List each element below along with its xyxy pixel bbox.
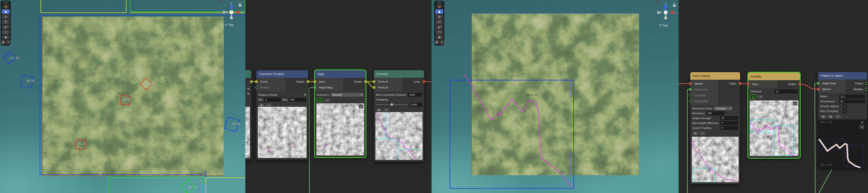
output-socket[interactable] [364, 80, 367, 83]
preview-eye-button[interactable] [376, 108, 382, 112]
transform-tool-button[interactable] [435, 35, 443, 39]
reference-dropdown[interactable]: Absolute▾ [331, 93, 364, 97]
rotate-tool-button[interactable] [435, 20, 443, 24]
preview-eye-button-active[interactable] [317, 99, 323, 102]
probability-field[interactable]: 0.495 [409, 103, 422, 107]
view-orientation-gizmo[interactable]: z x [220, 1, 245, 24]
output-socket[interactable] [250, 80, 253, 83]
rise-if-floating-checkbox[interactable]: ✓ [843, 109, 846, 113]
gizmo-x-axis[interactable]: x [235, 10, 242, 14]
preview-eye-button[interactable] [692, 131, 699, 135]
gizmo-west-axis[interactable] [223, 10, 228, 14]
node-header[interactable]: Flatten At Spline [818, 72, 867, 79]
toolbar-drag-handle[interactable] [437, 1, 442, 4]
height-strength-field[interactable]: 10 [720, 116, 738, 120]
gizmo-center-cube[interactable] [230, 10, 233, 14]
output-socket-lines[interactable] [423, 80, 426, 83]
clipped-node[interactable]: R R [245, 70, 251, 160]
node-header[interactable]: Path Finding [690, 72, 740, 80]
lock-icon[interactable] [673, 3, 676, 7]
view-cube-tool-button[interactable] [435, 4, 443, 9]
gizmo-west-axis[interactable] [657, 11, 662, 14]
smoothness-field[interactable]: 20 [839, 100, 865, 103]
input-socket[interactable] [313, 80, 316, 83]
gizmo-z-axis[interactable]: z [664, 2, 668, 11]
input-socket-invalid-map[interactable] [689, 100, 692, 103]
tolerance-field[interactable]: 13 [775, 89, 798, 93]
search-padding-field[interactable]: 0 [720, 126, 738, 130]
node-header[interactable] [245, 70, 251, 78]
output-socket-weights[interactable] [866, 88, 868, 91]
preview-import-button[interactable] [359, 104, 363, 109]
input-socket-points-b[interactable] [372, 86, 375, 89]
gizmo-z-axis[interactable]: z [230, 2, 233, 11]
input-socket-position[interactable] [255, 86, 258, 89]
view-cube-tool-button[interactable] [2, 4, 10, 9]
lock-icon[interactable] [239, 3, 241, 6]
relative-badge[interactable]: R [248, 87, 249, 90]
output-socket[interactable] [866, 82, 868, 85]
gizmo-south-axis[interactable] [664, 14, 668, 19]
min-field[interactable]: 0 [264, 98, 281, 102]
input-socket-points[interactable] [255, 80, 258, 83]
resolution-field[interactable]: 255 [706, 111, 724, 115]
preview-import-button[interactable] [793, 101, 798, 106]
hand-tool-button[interactable] [2, 9, 10, 14]
help-button[interactable]: ? [757, 95, 764, 99]
input-socket-cost-map[interactable] [689, 94, 692, 97]
resolution-mode-dropdown[interactable]: Constant▾ [714, 107, 733, 110]
node-header[interactable]: Simplify [748, 73, 800, 80]
preview-eye-button-active[interactable] [750, 95, 756, 99]
node-header[interactable]: Connect [374, 70, 424, 78]
relative-badge[interactable]: R [248, 92, 249, 95]
node-path-finding[interactable]: Path Finding Splines Paths Height Map Co… [690, 72, 740, 184]
custom-tools-button[interactable] [1, 40, 6, 45]
rect-tool-button[interactable] [435, 30, 443, 34]
node-header[interactable]: Transform Position [256, 70, 308, 78]
help-button[interactable]: ? [266, 103, 272, 107]
width-field[interactable]: 11.2 [839, 94, 865, 99]
slider-knob[interactable] [391, 103, 393, 106]
scale-tool-button[interactable] [435, 25, 443, 29]
preview-eye-button[interactable] [828, 115, 834, 118]
input-socket-height-map[interactable] [689, 88, 692, 91]
output-socket[interactable] [307, 80, 310, 83]
input-socket-points-a[interactable] [372, 80, 375, 83]
input-socket-splines[interactable] [817, 88, 820, 91]
help-button[interactable]: ? [700, 131, 706, 135]
rect-tool-button[interactable] [2, 30, 10, 34]
output-socket-paths[interactable] [739, 82, 742, 85]
scale-tool-button[interactable] [2, 25, 10, 29]
node-align[interactable]: Align Input Output Height Map Reference [315, 70, 366, 157]
input-socket[interactable] [747, 83, 750, 85]
help-button[interactable]: ? [324, 99, 330, 102]
preview-eye-off-button[interactable] [820, 115, 826, 118]
move-tool-button[interactable] [2, 14, 10, 19]
gizmo-center-cube[interactable] [664, 11, 668, 14]
max-connection-distance-field[interactable]: 1000 [408, 93, 422, 97]
custom-tools-button[interactable] [434, 40, 439, 45]
output-socket[interactable] [799, 83, 801, 85]
relative-badge[interactable]: R [304, 93, 306, 96]
hand-tool-button[interactable] [435, 9, 443, 14]
node-flatten-at-spline[interactable]: Flatten At Spline Height Map Output Spli… [818, 72, 867, 168]
input-socket-height-map[interactable] [817, 82, 820, 85]
gizmo-south-axis[interactable] [230, 14, 233, 19]
rotate-tool-button[interactable] [2, 20, 10, 24]
tools-dropdown-button[interactable]: ▾ [440, 40, 444, 45]
node-header[interactable]: Align [315, 70, 366, 78]
move-tool-button[interactable] [435, 14, 443, 19]
input-socket-height-map[interactable] [313, 86, 316, 89]
node-connect[interactable]: Connect Points A Lines Points B Max Conn… [374, 70, 424, 162]
transform-tool-button[interactable] [2, 35, 10, 39]
help-button[interactable]: ? [383, 108, 389, 112]
gizmo-x-axis[interactable]: x [669, 11, 677, 14]
node-simplify[interactable]: Simplify Input Output Tolerance 13 ? [748, 73, 800, 158]
toolbar-drag-handle[interactable] [3, 1, 8, 4]
node-transform-position[interactable]: Transform Position Points Output Positio… [256, 70, 308, 160]
smooth-splines-checkbox[interactable]: ✓ [843, 104, 846, 108]
preview-import-button[interactable] [860, 125, 864, 129]
preview-eye-button[interactable] [258, 103, 265, 107]
max-field[interactable]: 400 [289, 98, 306, 102]
help-button[interactable]: ? [835, 115, 841, 118]
